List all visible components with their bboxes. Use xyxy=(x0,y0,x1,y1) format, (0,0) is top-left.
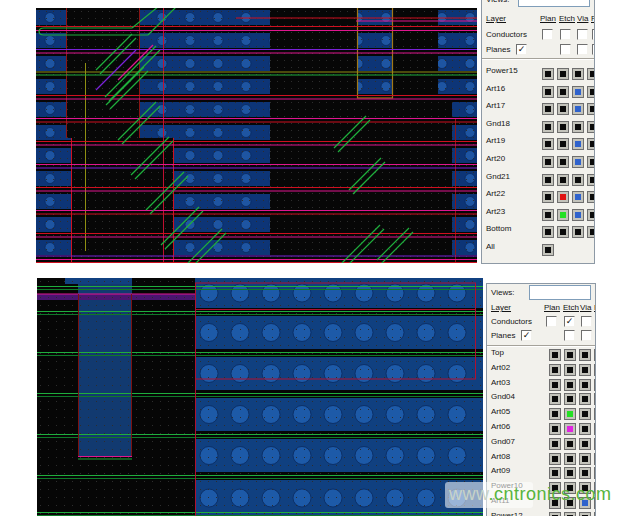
color-swatch[interactable] xyxy=(579,467,591,479)
color-swatch[interactable] xyxy=(542,191,554,203)
color-swatch[interactable] xyxy=(564,512,576,516)
checkbox[interactable] xyxy=(560,29,571,40)
color-swatch[interactable] xyxy=(572,86,584,98)
color-swatch[interactable] xyxy=(579,408,591,420)
color-swatch[interactable] xyxy=(594,364,596,376)
color-swatch[interactable] xyxy=(557,86,569,98)
color-swatch[interactable] xyxy=(564,364,576,376)
color-swatch[interactable] xyxy=(557,121,569,133)
color-swatch[interactable] xyxy=(542,209,554,221)
color-swatch[interactable] xyxy=(579,379,591,391)
color-swatch[interactable] xyxy=(542,244,554,256)
color-swatch[interactable] xyxy=(557,174,569,186)
color-swatch[interactable] xyxy=(587,86,595,98)
color-swatch[interactable] xyxy=(549,379,561,391)
color-swatch[interactable] xyxy=(579,438,591,450)
checkbox[interactable] xyxy=(592,44,595,55)
color-swatch[interactable] xyxy=(542,138,554,150)
color-swatch[interactable] xyxy=(594,408,596,420)
color-swatch[interactable] xyxy=(579,423,591,435)
color-swatch[interactable] xyxy=(542,226,554,238)
color-swatch[interactable] xyxy=(594,423,596,435)
color-swatch[interactable] xyxy=(572,121,584,133)
checkbox[interactable] xyxy=(581,316,592,327)
column-header-plan[interactable]: Plan xyxy=(540,14,556,23)
color-swatch[interactable] xyxy=(542,68,554,80)
layer-column-header[interactable]: Layer xyxy=(486,14,506,23)
color-swatch[interactable] xyxy=(572,138,584,150)
checkbox[interactable] xyxy=(542,29,553,40)
checkbox[interactable] xyxy=(581,330,592,341)
views-input[interactable] xyxy=(518,0,590,7)
checkbox-checked[interactable]: ✓ xyxy=(521,330,532,341)
color-swatch[interactable] xyxy=(542,174,554,186)
color-swatch[interactable] xyxy=(579,512,591,516)
color-swatch[interactable] xyxy=(557,226,569,238)
color-swatch[interactable] xyxy=(557,209,569,221)
color-swatch[interactable] xyxy=(549,467,561,479)
color-swatch[interactable] xyxy=(587,191,595,203)
color-swatch[interactable] xyxy=(579,393,591,405)
views-input[interactable] xyxy=(529,285,591,300)
color-swatch[interactable] xyxy=(594,453,596,465)
color-swatch[interactable] xyxy=(587,138,595,150)
color-swatch[interactable] xyxy=(564,379,576,391)
color-swatch[interactable] xyxy=(557,68,569,80)
color-swatch[interactable] xyxy=(587,226,595,238)
checkbox-checked[interactable]: ✓ xyxy=(564,316,575,327)
checkbox[interactable] xyxy=(592,29,595,40)
checkbox[interactable] xyxy=(577,29,588,40)
column-header-etch[interactable]: Etch xyxy=(559,14,575,23)
color-swatch[interactable] xyxy=(549,393,561,405)
checkbox[interactable] xyxy=(546,316,557,327)
column-header-via[interactable]: Via xyxy=(577,14,588,23)
color-swatch[interactable] xyxy=(549,438,561,450)
color-swatch[interactable] xyxy=(587,68,595,80)
color-swatch[interactable] xyxy=(594,467,596,479)
checkbox[interactable] xyxy=(564,330,575,341)
color-swatch[interactable] xyxy=(572,174,584,186)
color-swatch[interactable] xyxy=(572,68,584,80)
color-swatch[interactable] xyxy=(542,156,554,168)
color-swatch[interactable] xyxy=(594,438,596,450)
pcb-layout-view-top[interactable] xyxy=(36,8,477,263)
color-swatch[interactable] xyxy=(587,209,595,221)
color-swatch[interactable] xyxy=(564,467,576,479)
color-swatch[interactable] xyxy=(557,156,569,168)
color-swatch[interactable] xyxy=(572,156,584,168)
color-swatch[interactable] xyxy=(564,438,576,450)
color-swatch[interactable] xyxy=(557,138,569,150)
color-swatch[interactable] xyxy=(564,453,576,465)
color-swatch[interactable] xyxy=(587,156,595,168)
color-swatch[interactable] xyxy=(542,103,554,115)
pcb-layout-view-bottom[interactable] xyxy=(37,278,483,516)
color-swatch[interactable] xyxy=(564,423,576,435)
color-swatch[interactable] xyxy=(579,349,591,361)
color-swatch[interactable] xyxy=(594,379,596,391)
color-swatch[interactable] xyxy=(549,408,561,420)
color-swatch[interactable] xyxy=(594,393,596,405)
color-swatch[interactable] xyxy=(564,393,576,405)
color-swatch[interactable] xyxy=(542,86,554,98)
color-swatch[interactable] xyxy=(579,364,591,376)
column-header-plan[interactable]: Plan xyxy=(544,303,560,312)
color-swatch[interactable] xyxy=(549,349,561,361)
color-swatch[interactable] xyxy=(549,423,561,435)
color-swatch[interactable] xyxy=(587,103,595,115)
color-swatch[interactable] xyxy=(572,103,584,115)
color-swatch[interactable] xyxy=(587,121,595,133)
color-swatch[interactable] xyxy=(557,103,569,115)
layer-column-header[interactable]: Layer xyxy=(491,303,511,312)
checkbox[interactable] xyxy=(595,316,596,327)
color-swatch[interactable] xyxy=(564,349,576,361)
color-swatch[interactable] xyxy=(587,174,595,186)
color-swatch[interactable] xyxy=(542,121,554,133)
checkbox[interactable] xyxy=(577,44,588,55)
color-swatch[interactable] xyxy=(549,512,561,516)
color-swatch[interactable] xyxy=(549,453,561,465)
checkbox[interactable] xyxy=(560,44,571,55)
color-swatch[interactable] xyxy=(572,191,584,203)
color-swatch[interactable] xyxy=(579,453,591,465)
color-swatch[interactable] xyxy=(572,226,584,238)
checkbox[interactable] xyxy=(595,330,596,341)
